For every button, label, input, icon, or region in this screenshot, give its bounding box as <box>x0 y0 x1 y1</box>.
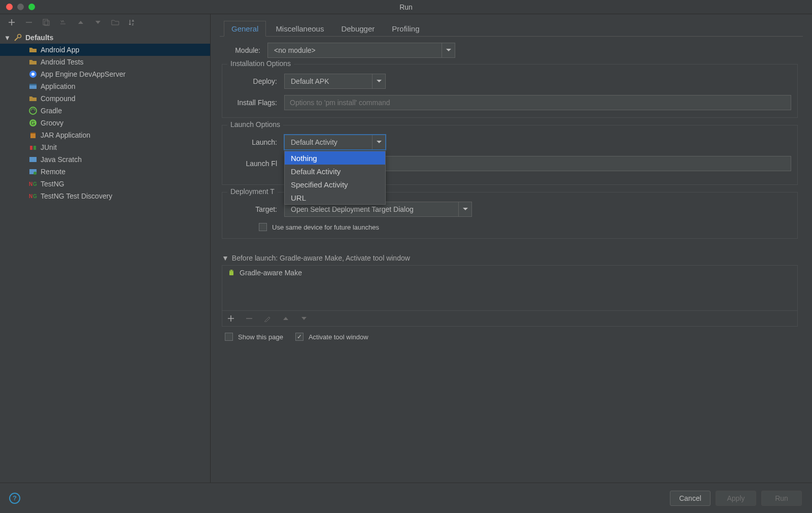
bottom-checkboxes: Show this page Activate tool window <box>222 327 798 341</box>
dropdown-item-specified-activity[interactable]: Specified Activity <box>285 178 385 191</box>
before-launch-item[interactable]: Gradle-aware Make <box>222 266 797 280</box>
window-title: Run <box>399 3 413 11</box>
copy-config-icon[interactable] <box>42 18 51 27</box>
checkbox-icon[interactable] <box>225 333 233 341</box>
move-up-icon[interactable] <box>76 18 85 27</box>
show-this-page-label: Show this page <box>238 333 283 341</box>
checkbox-checked-icon[interactable] <box>295 333 303 341</box>
edit-task-icon[interactable] <box>263 314 272 323</box>
tree-item-label: Android App <box>41 46 79 54</box>
sort-icon[interactable]: az <box>128 18 137 27</box>
tree-item-android-tests[interactable]: Android Tests <box>0 56 210 68</box>
chevron-down-icon <box>372 135 385 149</box>
tree-item-remote[interactable]: Remote <box>0 166 210 178</box>
tree-item-label: JAR Application <box>41 131 90 139</box>
disclosure-triangle-icon[interactable]: ▼ <box>4 34 10 42</box>
run-button[interactable]: Run <box>761 491 802 506</box>
window-maximize-icon[interactable] <box>28 4 35 10</box>
deploy-combo[interactable]: Default APK <box>284 74 386 89</box>
tree-item-testng[interactable]: NG TestNG <box>0 178 210 190</box>
testng-discovery-icon: NG <box>28 192 38 200</box>
tree-item-java-scratch[interactable]: Java Scratch <box>0 153 210 166</box>
tree-item-application[interactable]: Application <box>0 80 210 92</box>
move-down-icon[interactable] <box>93 18 103 27</box>
add-task-icon[interactable] <box>226 314 235 323</box>
tree-root-defaults[interactable]: ▼ Defaults <box>0 31 210 44</box>
add-config-icon[interactable] <box>7 18 16 27</box>
before-launch-header[interactable]: ▼ Before launch: Gradle-aware Make, Acti… <box>222 254 798 262</box>
move-task-down-icon[interactable] <box>299 314 309 323</box>
tree-item-groovy[interactable]: G Groovy <box>0 117 210 129</box>
tree-item-jar[interactable]: JAR Application <box>0 129 210 141</box>
before-launch-list[interactable]: Gradle-aware Make <box>222 265 798 311</box>
activate-tool-window-row[interactable]: Activate tool window <box>295 333 368 341</box>
use-same-device-row[interactable]: Use same device for future launches <box>228 223 791 231</box>
chevron-down-icon <box>372 74 385 88</box>
installation-options-legend: Installation Options <box>227 59 294 68</box>
tabs: General Miscellaneous Debugger Profiling <box>220 19 803 37</box>
dropdown-item-default-activity[interactable]: Default Activity <box>285 165 385 178</box>
launch-label: Launch: <box>228 138 284 146</box>
application-icon <box>28 82 38 90</box>
checkbox-icon[interactable] <box>259 223 267 231</box>
svg-point-4 <box>18 35 21 38</box>
tree-item-junit[interactable]: JUnit <box>0 141 210 153</box>
android-icon <box>227 269 235 277</box>
launch-options-legend: Launch Options <box>227 120 283 129</box>
cancel-button[interactable]: Cancel <box>670 491 710 506</box>
sidebar: az ▼ Defaults Android App Android Tests <box>0 14 211 483</box>
tab-general[interactable]: General <box>224 21 266 37</box>
apply-button[interactable]: Apply <box>716 491 756 506</box>
tab-miscellaneous[interactable]: Miscellaneous <box>268 21 331 36</box>
tree-item-android-app[interactable]: Android App <box>0 44 210 56</box>
help-icon[interactable]: ? <box>9 493 20 504</box>
dropdown-item-url[interactable]: URL <box>285 191 385 204</box>
footer: ? Cancel Apply Run <box>0 483 812 513</box>
svg-text:N: N <box>29 194 32 199</box>
folder-test-icon <box>28 58 38 66</box>
target-label: Target: <box>228 205 284 213</box>
dropdown-item-nothing[interactable]: Nothing <box>285 151 385 165</box>
window-close-icon[interactable] <box>6 4 13 10</box>
tree-item-compound[interactable]: Compound <box>0 92 210 105</box>
remove-task-icon[interactable] <box>245 314 254 323</box>
svg-text:G: G <box>33 181 37 187</box>
launch-dropdown-popup[interactable]: Nothing Default Activity Specified Activ… <box>284 151 386 205</box>
show-this-page-row[interactable]: Show this page <box>225 333 283 341</box>
svg-rect-13 <box>30 133 36 134</box>
activate-tool-window-label: Activate tool window <box>309 333 368 341</box>
svg-point-25 <box>232 270 233 271</box>
titlebar: Run <box>0 0 812 14</box>
target-value: Open Select Deployment Target Dialog <box>285 205 458 213</box>
svg-text:a: a <box>132 19 134 22</box>
tree-root-label: Defaults <box>25 34 53 42</box>
tree-item-testng-discovery[interactable]: NG TestNG Test Discovery <box>0 190 210 202</box>
tree-item-label: TestNG <box>41 180 64 188</box>
folder-app-icon <box>28 46 38 54</box>
compound-icon <box>28 94 38 103</box>
tree-item-gradle[interactable]: Gradle <box>0 105 210 117</box>
before-launch-title: Before launch: Gradle-aware Make, Activa… <box>232 254 410 262</box>
window-minimize-icon[interactable] <box>17 4 24 10</box>
svg-point-6 <box>31 73 35 76</box>
remove-config-icon[interactable] <box>24 18 33 27</box>
module-combo[interactable]: <no module> <box>267 43 455 58</box>
groovy-icon: G <box>28 119 38 127</box>
launch-combo[interactable]: Default Activity <box>284 135 386 150</box>
tree-item-label: Application <box>41 82 76 90</box>
tree-item-appengine[interactable]: App Engine DevAppServer <box>0 68 210 80</box>
folder-icon[interactable] <box>111 18 120 27</box>
settings-icon[interactable] <box>59 18 68 27</box>
remote-icon <box>28 168 38 176</box>
install-flags-input[interactable] <box>284 95 791 110</box>
tree-item-label: App Engine DevAppServer <box>41 70 125 78</box>
tree-item-label: Remote <box>41 168 65 176</box>
tab-profiling[interactable]: Profiling <box>384 21 427 36</box>
deploy-value: Default APK <box>285 77 372 85</box>
move-task-up-icon[interactable] <box>281 314 290 323</box>
tab-debugger[interactable]: Debugger <box>333 21 382 36</box>
testng-icon: NG <box>28 180 38 188</box>
disclosure-triangle-icon[interactable]: ▼ <box>222 254 229 262</box>
module-row: Module: <no module> <box>222 43 798 58</box>
svg-text:z: z <box>132 22 134 26</box>
